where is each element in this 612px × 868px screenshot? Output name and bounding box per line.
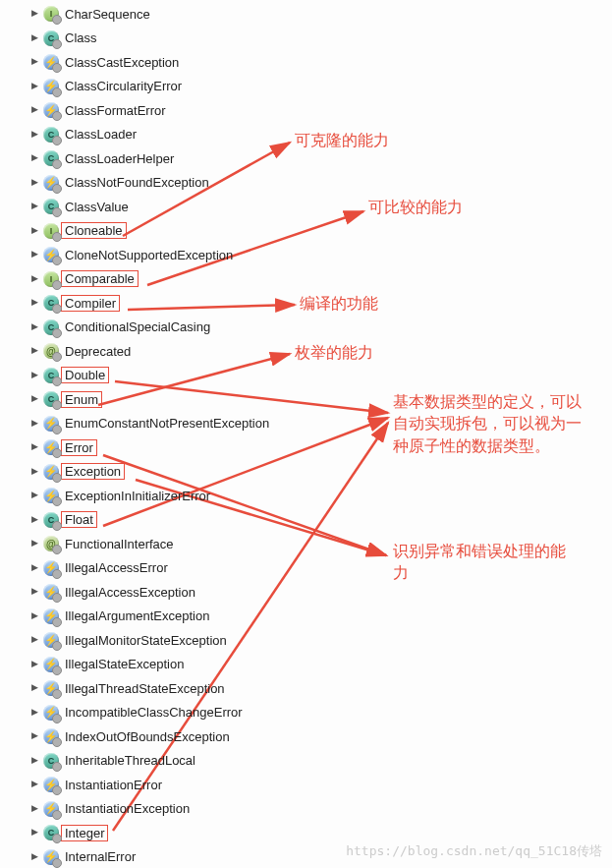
tree-item[interactable]: ▶⚡Exception [0,460,612,485]
tree-item-label: ClassCircularityError [65,79,182,93]
tree-item[interactable]: ▶ConditionalSpecialCasing [0,316,612,340]
tree-item[interactable]: ▶⚡IncompatibleClassChangeError [0,701,612,725]
expand-icon[interactable]: ▶ [29,152,39,162]
tree-item-label: Cloneable [61,222,127,239]
tree-item[interactable]: ▶⚡ClassFormatError [0,98,612,123]
tree-item-label: ExceptionInInitializerError [65,489,210,503]
expand-icon[interactable]: ▶ [29,730,39,740]
expand-icon[interactable]: ▶ [29,321,39,331]
tree-item[interactable]: ▶InheritableThreadLocal [0,749,612,774]
tree-item-label: Integer [61,825,108,841]
expand-icon[interactable]: ▶ [29,851,39,861]
tree-item-label: ClassLoader [65,127,137,142]
tree-item-label: ClassFormatError [65,103,166,118]
expand-icon[interactable]: ▶ [29,345,39,355]
callout-exception: 识别异常和错误处理的能力 [393,541,580,585]
exception-icon: ⚡ [43,102,59,118]
exception-icon: ⚡ [43,439,59,455]
tree-item-label: Class [65,30,97,45]
expand-icon[interactable]: ▶ [29,562,39,572]
expand-icon[interactable]: ▶ [29,32,39,42]
expand-icon[interactable]: ▶ [29,441,39,451]
expand-icon[interactable]: ▶ [29,707,39,717]
annotation-icon [43,536,59,551]
expand-icon[interactable]: ▶ [29,201,39,210]
tree-item[interactable]: ▶Integer [0,821,612,845]
exception-icon: ⚡ [43,728,59,744]
tree-item-label: IllegalMonitorStateException [65,633,227,648]
tree-item-label: ConditionalSpecialCasing [65,319,210,334]
expand-icon[interactable]: ▶ [29,249,39,259]
expand-icon[interactable]: ▶ [29,514,39,524]
class-icon [43,30,59,46]
class-icon [43,150,59,166]
tree-item[interactable]: ▶Comparable [0,267,612,292]
tree-item[interactable]: ▶Float [0,508,612,533]
expand-icon[interactable]: ▶ [29,490,39,499]
tree-item-label: InheritableThreadLocal [65,753,195,768]
tree-item[interactable]: ▶⚡IllegalThreadStateException [0,676,612,701]
exception-icon: ⚡ [43,849,59,865]
tree-item[interactable]: ▶⚡ExceptionInInitializerError [0,484,612,508]
expand-icon[interactable]: ▶ [29,779,39,788]
expand-icon[interactable]: ▶ [29,393,39,403]
tree-item-label: ClassValue [65,200,129,214]
expand-icon[interactable]: ▶ [29,586,39,596]
expand-icon[interactable]: ▶ [29,634,39,644]
tree-item[interactable]: ▶⚡IllegalMonitorStateException [0,628,612,653]
tree-item-label: ClassLoaderHelper [65,151,174,166]
expand-icon[interactable]: ▶ [29,297,39,307]
exception-icon: ⚡ [43,54,59,70]
expand-icon[interactable]: ▶ [29,273,39,283]
expand-icon[interactable]: ▶ [29,81,39,90]
tree-item-label: IllegalAccessException [65,585,195,600]
expand-icon[interactable]: ▶ [29,803,39,813]
tree-item[interactable]: ▶Class [0,27,612,51]
expand-icon[interactable]: ▶ [29,755,39,765]
exception-icon: ⚡ [43,680,59,696]
tree-item[interactable]: ▶⚡InternalError [0,845,612,869]
tree-item-label: Deprecated [65,344,131,359]
exception-icon: ⚡ [43,175,59,191]
tree-item-label: Double [61,367,109,383]
tree-item[interactable]: ▶ClassValue [0,195,612,219]
expand-icon[interactable]: ▶ [29,8,39,18]
tree-item-label: Exception [61,463,125,480]
tree-item[interactable]: ▶⚡ClassNotFoundException [0,171,612,196]
expand-icon[interactable]: ▶ [29,370,39,379]
callout-enum: 枚举的能力 [295,342,373,364]
annotation-icon [43,343,59,359]
expand-icon[interactable]: ▶ [29,466,39,476]
tree-item[interactable]: ▶⚡CloneNotSupportedException [0,243,612,267]
expand-icon[interactable]: ▶ [29,104,39,114]
tree-item-label: CharSequence [65,7,150,22]
tree-item[interactable]: ▶Double [0,364,612,388]
expand-icon[interactable]: ▶ [29,225,39,235]
tree-item[interactable]: ▶⚡IllegalArgumentException [0,605,612,629]
expand-icon[interactable]: ▶ [29,827,39,837]
expand-icon[interactable]: ▶ [29,538,39,548]
tree-item[interactable]: ▶⚡IllegalStateException [0,653,612,677]
tree-item-label: InstantiationError [65,778,162,792]
tree-item[interactable]: ▶CharSequence [0,2,612,27]
expand-icon[interactable]: ▶ [29,129,39,139]
tree-item[interactable]: ▶⚡IndexOutOfBoundsException [0,724,612,749]
expand-icon[interactable]: ▶ [29,56,39,66]
tree-item[interactable]: ▶Cloneable [0,219,612,244]
expand-icon[interactable]: ▶ [29,659,39,668]
class-icon [43,825,59,840]
tree-item[interactable]: ▶⚡InstantiationException [0,797,612,822]
callout-comparable: 可比较的能力 [368,197,463,218]
expand-icon[interactable]: ▶ [29,610,39,620]
expand-icon[interactable]: ▶ [29,418,39,428]
tree-item-label: Enum [61,391,102,408]
expand-icon[interactable]: ▶ [29,177,39,187]
tree-item[interactable]: ▶⚡ClassCircularityError [0,75,612,99]
callout-cloneable: 可克隆的能力 [295,130,389,151]
interface-icon [43,271,59,287]
expand-icon[interactable]: ▶ [29,682,39,692]
tree-item[interactable]: ▶⚡ClassCastException [0,50,612,75]
tree-item[interactable]: ▶⚡InstantiationError [0,773,612,797]
tree-item-label: IllegalAccessError [65,560,168,575]
exception-icon: ⚡ [43,560,59,576]
